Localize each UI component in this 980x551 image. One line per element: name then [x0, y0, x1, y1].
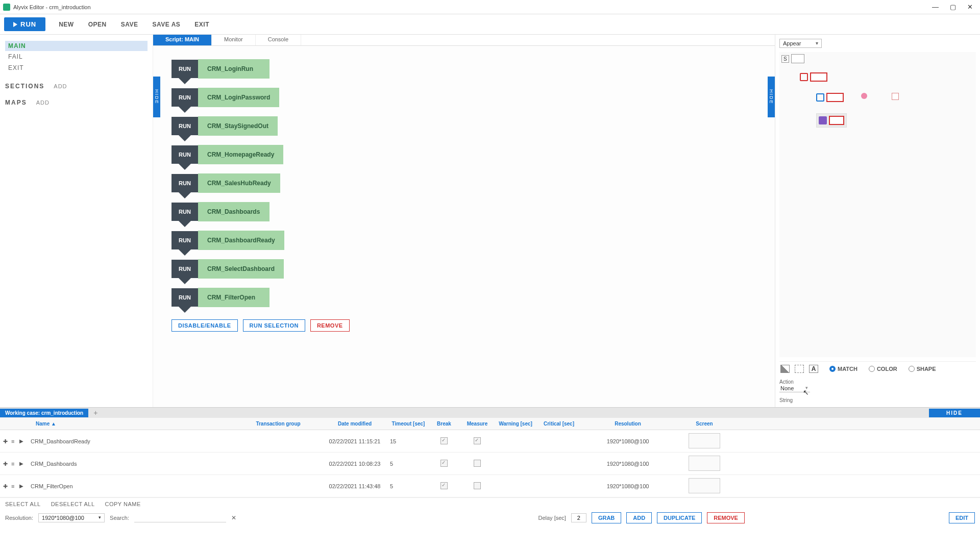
node-1-icon[interactable]	[800, 73, 808, 81]
grab-button[interactable]: GRAB	[592, 512, 621, 523]
col-break[interactable]: Break	[429, 418, 459, 430]
rect-type-icon[interactable]	[795, 365, 804, 373]
text-type-icon[interactable]: A	[809, 365, 818, 373]
section-fail[interactable]: FAIL	[5, 51, 148, 62]
image-type-icon[interactable]	[780, 365, 790, 373]
col-timeout[interactable]: Timeout [sec]	[388, 418, 429, 430]
step-block[interactable]: RUNCRM_SelectDashboard	[172, 259, 756, 279]
step-block[interactable]: RUNCRM_Dashboards	[172, 202, 756, 221]
hide-left-handle[interactable]: HIDE	[153, 77, 160, 117]
hide-right-handle[interactable]: HIDE	[768, 77, 775, 117]
working-case-tab[interactable]: Working case: crm_introduction	[0, 409, 88, 417]
expand-icon[interactable]: ✚	[3, 438, 9, 444]
shape-radio[interactable]	[909, 366, 915, 372]
run-button[interactable]: RUN	[4, 17, 45, 31]
tab-console[interactable]: Console	[256, 35, 301, 45]
row-name: CRM_FilterOpen	[31, 483, 235, 489]
col-critical[interactable]: Critical [sec]	[536, 418, 582, 430]
col-measure[interactable]: Measure	[459, 418, 495, 430]
duplicate-button[interactable]: DUPLICATE	[657, 512, 702, 523]
node-2-box[interactable]	[826, 93, 844, 102]
node-2-icon[interactable]	[816, 93, 824, 102]
row-timeout: 5	[388, 458, 429, 470]
col-date-modified[interactable]: Date modified	[322, 418, 388, 430]
match-label: MATCH	[838, 366, 857, 372]
save-button[interactable]: SAVE	[121, 21, 138, 28]
row-resolution: 980*551@100	[582, 435, 674, 447]
component-tree[interactable]: S	[779, 52, 976, 357]
step-run-label: RUN	[172, 117, 198, 135]
node-3-box[interactable]	[892, 93, 899, 100]
search-input[interactable]	[134, 514, 226, 522]
table-row[interactable]: ✚≡▶CRM_DashboardReady02/22/2021 11:15:21…	[0, 430, 980, 453]
list-icon[interactable]: ≡	[11, 438, 17, 444]
disable-enable-button[interactable]: DISABLE/ENABLE	[172, 319, 238, 332]
step-name-label: CRM_LoginPassword	[198, 88, 279, 107]
step-run-label: RUN	[172, 174, 198, 192]
color-radio[interactable]	[869, 366, 875, 372]
minimize-icon[interactable]: —	[932, 3, 939, 11]
row-measure[interactable]	[459, 434, 495, 448]
close-icon[interactable]: ✕	[967, 3, 973, 11]
add-button[interactable]: ADD	[626, 512, 652, 523]
root-node-label[interactable]: S	[781, 55, 789, 63]
copy-name-button[interactable]: COPY NAME	[105, 501, 141, 507]
section-main[interactable]: MAIN	[5, 41, 148, 51]
step-block[interactable]: RUNCRM_StaySignedOut	[172, 116, 756, 136]
tab-monitor[interactable]: Monitor	[212, 35, 256, 45]
node-1-box[interactable]	[810, 72, 827, 82]
section-exit[interactable]: EXIT	[5, 62, 148, 73]
step-block[interactable]: RUNCRM_LoginRun	[172, 59, 756, 79]
node-dot-icon[interactable]	[861, 93, 867, 99]
col-warning[interactable]: Warning [sec]	[495, 418, 536, 430]
maps-add[interactable]: ADD	[36, 99, 50, 106]
tab-script[interactable]: Script: MAIN	[153, 35, 212, 45]
edit-button[interactable]: EDIT	[949, 512, 975, 523]
remove-button[interactable]: REMOVE	[707, 512, 745, 523]
select-all-button[interactable]: SELECT ALL	[5, 501, 41, 507]
new-button[interactable]: NEW	[59, 21, 74, 28]
maximize-icon[interactable]: ▢	[950, 3, 956, 11]
appear-select[interactable]: Appear	[779, 39, 822, 48]
search-label: Search:	[110, 515, 129, 521]
play-row-icon[interactable]: ▶	[19, 461, 23, 467]
sections-add[interactable]: ADD	[54, 83, 67, 89]
row-screen	[674, 453, 735, 475]
remove-step-button[interactable]: REMOVE	[310, 319, 350, 332]
play-row-icon[interactable]: ▶	[19, 483, 23, 489]
step-block[interactable]: RUNCRM_LoginPassword	[172, 88, 756, 107]
list-icon[interactable]: ≡	[11, 461, 17, 467]
exit-button[interactable]: EXIT	[194, 21, 209, 28]
row-measure[interactable]	[459, 457, 495, 471]
deselect-all-button[interactable]: DESELECT ALL	[51, 501, 95, 507]
open-button[interactable]: OPEN	[88, 21, 107, 28]
node-4-icon[interactable]	[819, 116, 827, 124]
col-transaction-group[interactable]: Transaction group	[235, 418, 322, 430]
save-as-button[interactable]: SAVE AS	[152, 21, 180, 28]
expand-icon[interactable]: ✚	[3, 483, 9, 489]
col-screen[interactable]: Screen	[674, 418, 735, 430]
clear-search-icon[interactable]: ✕	[231, 514, 236, 521]
col-resolution[interactable]: Resolution	[582, 418, 674, 430]
add-case-tab[interactable]: +	[88, 409, 103, 417]
match-radio[interactable]	[829, 366, 836, 372]
step-block[interactable]: RUNCRM_FilterOpen	[172, 288, 756, 307]
step-block[interactable]: RUNCRM_SalesHubReady	[172, 173, 756, 193]
resolution-select[interactable]: 980*551@100	[38, 513, 105, 522]
step-block[interactable]: RUNCRM_DashboardReady	[172, 231, 756, 250]
node-4-box[interactable]	[829, 116, 844, 125]
row-measure[interactable]	[459, 479, 495, 493]
row-break[interactable]	[429, 479, 459, 493]
table-row[interactable]: ✚≡▶CRM_Dashboards02/22/2021 10:08:235192…	[0, 453, 980, 475]
hide-bottom-button[interactable]: HIDE	[929, 409, 980, 417]
row-break[interactable]	[429, 457, 459, 471]
list-icon[interactable]: ≡	[11, 483, 17, 489]
step-block[interactable]: RUNCRM_HomepageReady	[172, 145, 756, 164]
play-row-icon[interactable]: ▶	[19, 438, 23, 444]
expand-icon[interactable]: ✚	[3, 461, 9, 467]
delay-input[interactable]	[571, 513, 586, 522]
row-break[interactable]	[429, 434, 459, 448]
col-name[interactable]: Name ▲	[0, 418, 235, 430]
table-row[interactable]: ✚≡▶CRM_FilterOpen02/22/2021 11:43:485192…	[0, 475, 980, 497]
run-selection-button[interactable]: RUN SELECTION	[243, 319, 305, 332]
